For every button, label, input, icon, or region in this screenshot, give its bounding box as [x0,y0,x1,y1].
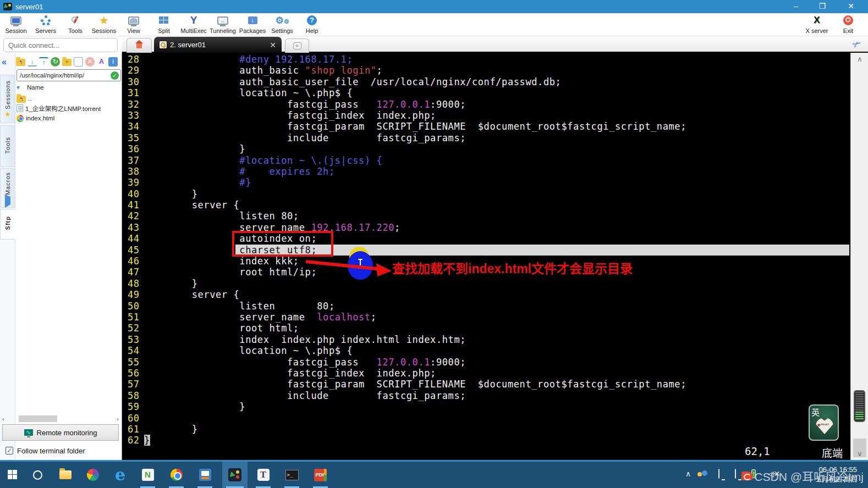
quick-connect-input[interactable] [3,38,118,52]
toolbar-session-button[interactable]: Session [1,14,31,36]
toolbar-tools-button[interactable]: Tools [61,14,90,36]
vim-cursor-position: 62,1 [745,445,770,457]
toolbar-servers-button[interactable]: Servers [31,14,61,36]
upload-icon[interactable]: ↑ [39,57,48,66]
display-icon[interactable] [718,469,719,478]
close-button[interactable]: ✕ [838,0,864,13]
toolbar-settings-button[interactable]: ⚙⚙ Settings [267,14,297,36]
pdf-reader-icon: PDF [314,469,327,481]
taskbar-terminal[interactable]: >_ [281,462,303,488]
taskbar-chrome[interactable] [165,462,188,488]
delete-icon[interactable]: ✕ [85,57,95,66]
file-row-parent[interactable]: ↰ .. [17,93,121,103]
sidebar-tab-sftp[interactable]: Sftp [0,209,15,240]
line-number: 45 [128,245,142,256]
terminal-line: 48 } [122,278,850,289]
line-number: 49 [128,289,142,300]
exit-power-icon: ⏻ [833,14,863,27]
devices-icon[interactable] [735,469,736,478]
toolbar-sessions-button[interactable]: ★ Sessions [89,14,119,36]
tab-close-icon[interactable]: ✕ [270,41,276,49]
sessions-star-icon: ★ [5,111,11,118]
cortana-button[interactable] [26,462,49,488]
tab-home[interactable] [127,38,152,53]
mobaxterm-icon [228,468,241,481]
taskbar-edge[interactable]: e [109,462,131,488]
line-code: include fastcgi_params; [144,132,466,143]
tab-server01[interactable]: 2. server01 ✕ [154,37,282,53]
line-number: 34 [128,121,142,132]
refresh-icon[interactable]: ↻ [51,57,60,66]
terminal-line: 32 fastcgi_pass 127.0.0.1:9000; [122,99,850,110]
terminal-line: 58 include fastcgi_params; [122,390,850,401]
start-button[interactable] [1,462,24,488]
toolbar-split-button[interactable]: Split [149,14,179,36]
download-icon[interactable]: ↓ [28,57,37,66]
scroll-right-icon[interactable]: › [117,415,119,422]
terminal-line: 31 location ~ \.php$ { [122,87,850,98]
line-number: 42 [128,210,142,221]
line-code: #deny 192.168.17.1; [144,54,353,65]
edit-icon[interactable]: i [108,57,118,66]
toolbar-packages-button[interactable]: ↓ Packages [238,14,267,36]
line-code: include fastcgi_params; [144,390,466,401]
file-path-field[interactable]: /usr/local/nginx/html/ip/ ✓ [17,69,121,81]
follow-checkbox[interactable]: ✓ [6,447,13,454]
line-code: fastcgi_pass 127.0.0.1:9000; [144,357,466,368]
scroll-down-icon[interactable]: ∨ [851,450,868,458]
toolbar-tunneling-button[interactable]: ↔ Tunneling [208,14,238,36]
toolbar-xserver-button[interactable]: X X server [802,14,832,36]
rename-icon[interactable]: A [97,57,106,66]
sidebar-tab-sessions[interactable]: Sessions ★ [0,75,15,123]
taskbar-pdf-reader[interactable]: PDF [309,462,332,488]
path-ok-icon: ✓ [111,71,119,80]
taskbar-vmware[interactable] [194,462,216,488]
hscroll-thumb[interactable] [19,415,57,422]
file-list-header[interactable]: ▾ Name [17,84,121,93]
sort-chevron-icon: ▾ [17,84,20,91]
line-number: 39 [128,177,142,188]
multiexec-icon: Y [179,14,208,27]
remote-monitoring-button[interactable]: ∿ Remote monitoring [2,424,119,441]
go-up-folder-icon[interactable]: ↰ [16,57,25,66]
file-row-index-html[interactable]: index.html [17,113,121,123]
terminal-pane[interactable]: 28 #deny 192.168.17.1;29 auth_basic "sho… [122,53,850,461]
scroll-left-icon[interactable]: ‹ [2,415,4,422]
mobaxterm-window: server01 – ❐ ✕ Session Servers Tools ★ S… [0,0,868,488]
macros-plane-icon [5,197,10,204]
file-row-torrent[interactable]: 1_企业架构之LNMP.torrent [17,103,121,113]
maximize-button[interactable]: ❐ [810,0,835,13]
line-code: #} [144,177,251,188]
taskbar-notepad-plus-plus[interactable]: N [136,462,159,488]
hidden-icons-chevron[interactable]: ∧ [685,469,691,478]
terminal-scrollbar[interactable]: ∧ ∨ [850,53,868,461]
collapse-sidebar-icon[interactable]: « [2,57,7,67]
line-number: 62 [128,435,142,446]
toolbar-help-button[interactable]: ? Help [297,14,327,36]
home-icon [135,43,143,49]
horizontal-scrollbar[interactable]: ‹ › [2,415,119,423]
terminal-line: 44 autoindex on; [122,233,850,244]
taskbar-file-explorer[interactable] [54,462,76,488]
quick-connect-wrap [3,38,118,52]
taskbar-typora[interactable]: T [252,462,274,488]
tab-new-session[interactable]: + [285,38,309,53]
new-file-icon[interactable] [74,57,83,66]
taskbar-media-player[interactable] [81,462,104,488]
new-folder-icon[interactable]: + [62,57,72,66]
toolbar-multiexec-button[interactable]: Y MultiExec [179,14,208,36]
scroll-up-icon[interactable]: ∧ [851,55,868,63]
title-bar: server01 – ❐ ✕ [0,0,868,13]
toolbar-exit-button[interactable]: ⏻ Exit [833,14,863,36]
typora-icon: T [257,469,270,481]
line-number: 28 [128,54,142,65]
follow-terminal-folder-row[interactable]: ✓ Follow terminal folder [6,445,121,456]
minimize-button[interactable]: – [783,0,809,13]
toolbar-view-button[interactable]: View [119,14,149,36]
sidebar-tab-tools[interactable]: Tools [0,125,15,167]
sidebar-tab-macros[interactable]: Macros [0,168,15,208]
taskbar-mobaxterm-active[interactable] [222,462,248,488]
paperclip-icon[interactable]: ✃ [851,36,867,53]
terminal-line: 45 charset utf8; [122,245,850,256]
terminal-line: 42 listen 80; [122,210,850,221]
